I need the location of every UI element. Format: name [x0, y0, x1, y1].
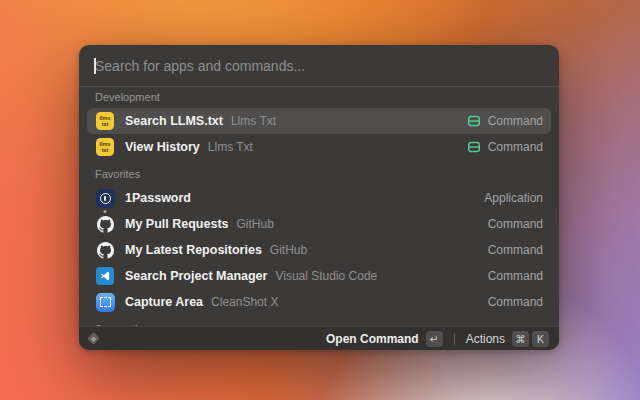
footer-divider	[454, 333, 455, 345]
list-item-my-pull-requests[interactable]: My Pull Requests GitHub Command	[87, 211, 551, 237]
item-title: Search LLMS.txt	[125, 114, 223, 128]
section-header-development: Development	[87, 89, 551, 108]
item-subtitle: Visual Studio Code	[275, 269, 377, 283]
list-item-capture-area[interactable]: Capture Area CleanShot X Command	[87, 289, 551, 315]
item-subtitle: CleanShot X	[211, 295, 278, 309]
item-type-label: Command	[488, 140, 543, 154]
item-subtitle: GitHub	[270, 243, 307, 257]
github-icon	[95, 216, 115, 233]
item-title: Search Project Manager	[125, 269, 267, 283]
search-bar	[79, 45, 559, 87]
item-title: Capture Area	[125, 295, 203, 309]
raycast-launcher-window: Development llmstxt Search LLMS.txt Llms…	[79, 45, 559, 350]
item-type-label: Command	[488, 243, 543, 257]
llms-txt-icon: llmstxt	[95, 112, 115, 130]
list-item-my-latest-repositories[interactable]: My Latest Repositories GitHub Command	[87, 237, 551, 263]
list-item-1password[interactable]: 1Password Application	[87, 185, 551, 211]
github-icon	[95, 242, 115, 259]
item-type-label: Application	[484, 191, 543, 205]
vscode-icon	[95, 267, 115, 285]
item-subtitle: Llms Txt	[208, 140, 253, 154]
search-input[interactable]	[95, 58, 543, 74]
list-item-search-llms[interactable]: llmstxt Search LLMS.txt Llms Txt Command	[87, 108, 551, 134]
item-title: 1Password	[125, 191, 191, 205]
k-key-badge: K	[532, 331, 549, 347]
item-title: My Latest Repositories	[125, 243, 262, 257]
actions-button[interactable]: Actions	[466, 332, 505, 346]
raycast-logo-icon	[87, 332, 100, 345]
item-type-label: Command	[488, 269, 543, 283]
item-type-label: Command	[488, 295, 543, 309]
list-item-search-project-manager[interactable]: Search Project Manager Visual Studio Cod…	[87, 263, 551, 289]
command-icon	[467, 140, 481, 154]
running-indicator-dot	[104, 210, 107, 213]
list-item-view-history[interactable]: llmstxt View History Llms Txt Command	[87, 134, 551, 160]
item-subtitle: GitHub	[237, 217, 274, 231]
open-command-button[interactable]: Open Command	[326, 332, 419, 346]
item-type-label: Command	[488, 114, 543, 128]
llms-txt-icon: llmstxt	[95, 138, 115, 156]
action-bar: Open Command ↵ Actions ⌘ K	[79, 326, 559, 350]
item-title: View History	[125, 140, 200, 154]
item-subtitle: Llms Txt	[231, 114, 276, 128]
return-key-badge: ↵	[426, 331, 443, 347]
cleanshot-icon	[95, 293, 115, 312]
item-type-label: Command	[488, 217, 543, 231]
results-list: Development llmstxt Search LLMS.txt Llms…	[79, 87, 559, 350]
section-header-favorites: Favorites	[87, 166, 551, 185]
command-icon	[467, 114, 481, 128]
item-title: My Pull Requests	[125, 217, 229, 231]
1password-icon	[95, 189, 115, 208]
text-caret	[94, 58, 96, 74]
desktop-wallpaper: Development llmstxt Search LLMS.txt Llms…	[0, 0, 640, 400]
cmd-key-badge: ⌘	[512, 331, 529, 347]
